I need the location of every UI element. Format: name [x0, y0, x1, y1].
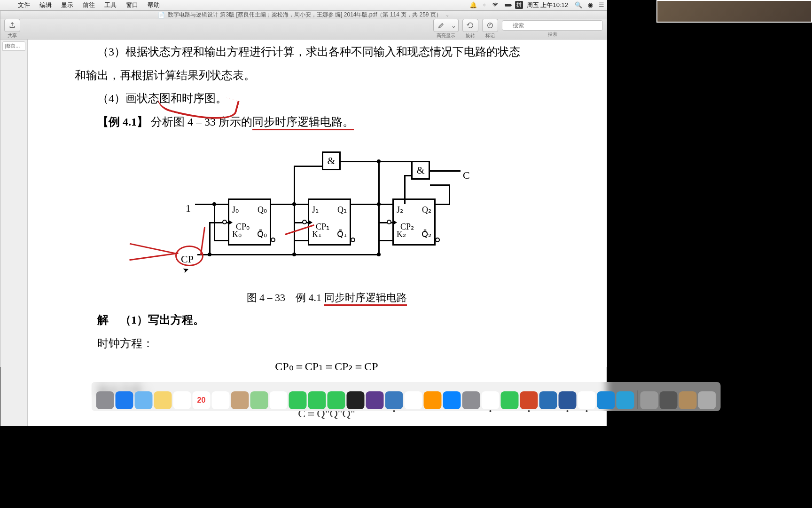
menubar-clock[interactable]: 周五 上午10:12: [523, 1, 572, 9]
figure-caption: 图 4 – 33 例 4.1 同步时序逻辑电路: [75, 288, 578, 308]
video-thumbnail: [656, 0, 812, 23]
text-line-2: 和输出，再根据计算结果列状态表。: [75, 65, 578, 87]
menu-file[interactable]: 文件: [13, 1, 35, 9]
highlight-dropdown-button[interactable]: ⌄: [449, 19, 459, 32]
dock-preview[interactable]: [385, 391, 403, 409]
highlight-label: 高亮显示: [437, 32, 455, 39]
dock-settings[interactable]: [462, 391, 480, 409]
dock-findmy[interactable]: [328, 391, 345, 409]
spotlight-icon[interactable]: 🔍: [572, 1, 585, 8]
dock-appstore[interactable]: [443, 391, 461, 409]
wifi-icon[interactable]: [489, 1, 502, 9]
dock-imovie[interactable]: [366, 391, 384, 409]
window-title: 数字电路与逻辑设计 第3版 [蔡良伟主编；梁松海，周小安，王娜参 编] 2014…: [168, 11, 442, 19]
example-label: 【例 4.1】: [97, 116, 148, 128]
menu-edit[interactable]: 编辑: [35, 1, 56, 9]
menubar: 文件 编辑 显示 前往 工具 窗口 帮助 🔔 ⌖ 拼 周五 上午10:12 🔍 …: [0, 0, 607, 10]
dock-numbers[interactable]: [501, 391, 519, 409]
dock-download1[interactable]: [640, 391, 658, 409]
highlight-button[interactable]: [433, 19, 449, 32]
dock-calendar[interactable]: 20: [193, 391, 211, 409]
siri-icon[interactable]: ◉: [585, 1, 596, 8]
menu-go[interactable]: 前往: [78, 1, 100, 9]
text-example: 【例 4.1】 分析图 4 – 33 所示的同步时序逻辑电路。: [75, 111, 578, 133]
bluetooth-icon[interactable]: ⌖: [480, 1, 489, 9]
dock-trash[interactable]: [698, 391, 716, 409]
dock-word[interactable]: [559, 391, 577, 409]
flipflop-2: J₂ Q₂ CP₂ K₂ Q̄₂: [392, 198, 436, 246]
battery-icon[interactable]: [502, 1, 515, 9]
document-icon: 📄: [158, 12, 165, 18]
text-solve: 解 （1）写出方程。: [75, 310, 578, 331]
text-clock-eq: CP₀＝CP₁＝CP₂＝CP: [75, 356, 578, 378]
dock-qq[interactable]: [578, 391, 596, 409]
menu-view[interactable]: 显示: [56, 1, 78, 9]
svg-rect-1: [511, 4, 512, 5]
dock-music[interactable]: [405, 391, 422, 409]
share-label: 共享: [8, 32, 17, 39]
flipflop-1: J₁ Q₁ CP₁ K₁ Q̄₁: [308, 198, 351, 246]
title-dropdown-icon[interactable]: ⌄: [445, 12, 449, 17]
share-button[interactable]: [4, 19, 20, 32]
input-method-icon[interactable]: 拼: [515, 1, 523, 9]
example-text-underlined: 同步时序逻辑电路。: [252, 116, 354, 130]
menu-help[interactable]: 帮助: [143, 1, 164, 9]
annotation-arrow-1: [130, 243, 176, 254]
svg-rect-0: [505, 4, 511, 7]
dock-download2[interactable]: [660, 391, 678, 409]
dock: 20: [92, 382, 721, 411]
toolbar: 共享 ⌄ 高亮显示 旋转 标记 🔍 搜索: [0, 19, 607, 40]
dock-powerpoint[interactable]: [520, 391, 538, 409]
search-label: 搜索: [548, 31, 557, 38]
rotate-button[interactable]: [462, 19, 478, 32]
dock-stack[interactable]: [679, 391, 697, 409]
dock-mindmap[interactable]: [539, 391, 557, 409]
dock-notes[interactable]: [154, 391, 172, 409]
dock-chrome[interactable]: [482, 391, 500, 409]
circuit-diagram: J₀ Q₀ CP₀ K₀ Q̄₀ J₁ Q₁ CP₁ K₁ Q̄₁ J₂: [162, 147, 491, 283]
text-clock-eq-label: 时钟方程：: [75, 333, 578, 355]
and-gate-2: &: [411, 161, 430, 180]
dock-wps[interactable]: [617, 391, 634, 409]
dock-books[interactable]: [424, 391, 442, 409]
dock-xcode[interactable]: [597, 391, 615, 409]
menu-window[interactable]: 窗口: [121, 1, 143, 9]
dock-siri[interactable]: [347, 391, 365, 409]
text-line-1: （3）根据状态方程和输出方程进行计算，求出各种不同输入和现态情况下电路的状态: [75, 41, 578, 63]
pdf-page[interactable]: （3）根据状态方程和输出方程进行计算，求出各种不同输入和现态情况下电路的状态 和…: [28, 40, 607, 426]
dock-reminders[interactable]: [173, 391, 191, 409]
annotation-wire-1: [200, 227, 205, 255]
dock-maps[interactable]: [250, 391, 268, 409]
menu-extra-icon[interactable]: ☰: [596, 1, 607, 8]
annotation-arrow-2: [129, 253, 178, 261]
dock-safari[interactable]: [116, 391, 133, 409]
annotation-circle-cp: [175, 246, 203, 266]
input-1-label: 1: [186, 198, 191, 218]
dock-facetime[interactable]: [308, 391, 326, 409]
sidebar-tab[interactable]: [蔡良伟...: [2, 41, 25, 51]
flipflop-0: J₀ Q₀ CP₀ K₀ Q̄₀: [228, 198, 271, 246]
dock-contacts[interactable]: [231, 391, 249, 409]
search-input[interactable]: [502, 20, 603, 31]
dock-photos[interactable]: [212, 391, 230, 409]
dock-launchpad[interactable]: [96, 391, 114, 409]
markup-label: 标记: [485, 32, 495, 39]
dock-folder[interactable]: [135, 391, 153, 409]
window-titlebar: 📄 数字电路与逻辑设计 第3版 [蔡良伟主编；梁松海，周小安，王娜参 编] 20…: [0, 11, 607, 19]
dock-mail[interactable]: [270, 391, 288, 409]
output-c-label: C: [463, 166, 470, 185]
notification-icon[interactable]: 🔔: [467, 1, 480, 8]
svg-point-2: [488, 23, 493, 28]
sidebar: [蔡良伟...: [0, 40, 28, 426]
black-bar-right: [653, 23, 812, 367]
dock-messages[interactable]: [289, 391, 307, 409]
rotate-label: 旋转: [466, 32, 475, 39]
preview-window: 📄 数字电路与逻辑设计 第3版 [蔡良伟主编；梁松海，周小安，王娜参 编] 20…: [0, 10, 607, 367]
menu-tools[interactable]: 工具: [100, 1, 121, 9]
text-step4: （4）画状态图和时序图。: [75, 88, 578, 110]
markup-button[interactable]: [482, 19, 498, 32]
and-gate-1: &: [322, 151, 341, 170]
